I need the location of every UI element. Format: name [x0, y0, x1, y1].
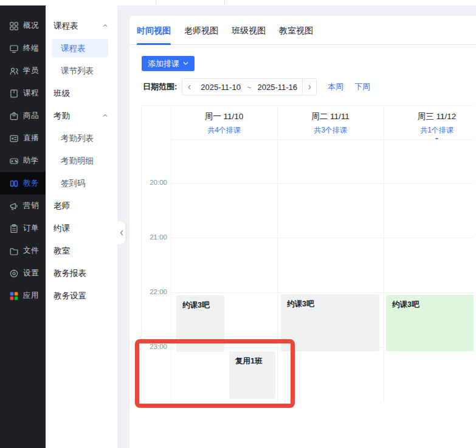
tab-separator	[224, 0, 225, 5]
prev-week-arrow[interactable]	[182, 79, 196, 95]
sidebar-item-academic[interactable]: 教务	[0, 172, 46, 195]
submenu-item-timetable[interactable]: 课程表	[46, 37, 117, 60]
tab-separator	[156, 0, 156, 5]
day-header-monday: 周一 11/10 共4个排课	[171, 106, 277, 139]
submenu-item-attendance-detail[interactable]: 考勤明细	[46, 150, 117, 172]
live-icon	[9, 133, 19, 143]
time-label: 21:00	[142, 233, 167, 241]
courses-icon	[9, 88, 19, 98]
tab-teacher-view[interactable]: 老师视图	[184, 16, 218, 45]
submenu-item-checkin-code[interactable]: 签到码	[46, 172, 117, 195]
grid-line	[171, 139, 474, 140]
day-header-wednesday: 周三 11/12 共1个排课	[384, 106, 474, 139]
files-icon	[9, 246, 19, 256]
day-header-tuesday: 周二 11/11 共3个排课	[277, 106, 384, 139]
grid-line	[171, 106, 171, 402]
grid-line	[171, 183, 474, 184]
content-card: 时间视图 老师视图 班级视图 教室视图 添加排课 日期范围: 2025-11-1…	[129, 16, 476, 448]
date-range-tilde: ~	[246, 83, 253, 92]
sidebar-item-goods[interactable]: 商品	[0, 105, 46, 127]
grid-line	[384, 106, 384, 402]
app-page: 概况 终端 学员 课程 商品 直播 助学 教务	[0, 0, 476, 448]
goods-icon	[9, 111, 19, 121]
submenu-item-lesson-list[interactable]: 课节列表	[46, 60, 117, 82]
submenu-item-booking[interactable]: 约课	[46, 217, 117, 240]
day-schedule-count-link[interactable]: 共1个排课	[420, 125, 454, 136]
time-label: 22:00	[142, 288, 167, 295]
apps-icon	[9, 291, 19, 301]
schedule-grid-inner: 周一 11/10 共4个排课 周二 11/11 共3个排课 周三 11/12 共…	[141, 105, 474, 402]
browser-tab-strip	[0, 0, 476, 5]
time-label: 20:00	[142, 179, 167, 186]
submenu-group-timetable[interactable]: 课程表	[46, 15, 117, 37]
submenu-item-classes[interactable]: 班级	[46, 82, 117, 105]
chevron-right-icon	[308, 84, 312, 90]
date-range-bar: 日期范围: 2025-11-10 ~ 2025-11-16 本周 下周	[143, 78, 370, 95]
submenu-item-teachers[interactable]: 老师	[46, 195, 117, 217]
academic-icon	[9, 178, 19, 188]
submenu-group-attendance[interactable]: 考勤	[46, 105, 117, 127]
settings-icon	[9, 268, 19, 278]
marketing-icon	[9, 201, 19, 211]
grid-line	[171, 238, 474, 238]
tab-class-view[interactable]: 班级视图	[232, 16, 266, 45]
tab-time-view[interactable]: 时间视图	[137, 16, 171, 45]
submenu-item-academic-reports[interactable]: 教务报表	[46, 262, 117, 284]
next-week-arrow[interactable]	[303, 79, 316, 95]
date-range-label: 日期范围:	[143, 81, 177, 92]
sidebar-item-orders[interactable]: 订单	[0, 217, 46, 240]
submenu-item-attendance-list[interactable]: 考勤列表	[46, 127, 117, 150]
sidebar-item-live[interactable]: 直播	[0, 127, 46, 150]
next-week-link[interactable]: 下周	[354, 81, 370, 92]
sidebar-item-overview[interactable]: 概况	[0, 15, 46, 37]
sidebar-item-study-aid[interactable]: 助学	[0, 150, 46, 172]
schedule-event[interactable]: 约课3吧	[176, 295, 224, 352]
chevron-left-icon	[119, 230, 124, 236]
sidebar-item-settings[interactable]: 设置	[0, 262, 46, 284]
chevron-left-icon	[187, 84, 191, 90]
chevron-up-icon	[102, 22, 109, 29]
chevron-down-icon	[183, 61, 188, 66]
grid-line	[171, 292, 474, 293]
primary-sidebar: 概况 终端 学员 课程 商品 直播 助学 教务	[0, 5, 46, 448]
start-date-value[interactable]: 2025-11-10	[196, 83, 246, 92]
schedule-grid: 周一 11/10 共4个排课 周二 11/11 共3个排课 周三 11/12 共…	[141, 105, 474, 402]
schedule-event[interactable]: 复用1班	[229, 351, 275, 399]
chevron-up-icon	[102, 112, 109, 119]
orders-icon	[9, 223, 19, 233]
submenu-item-classrooms[interactable]: 教室	[46, 240, 117, 262]
sidebar-item-courses[interactable]: 课程	[0, 82, 46, 105]
sidebar-item-marketing[interactable]: 营销	[0, 195, 46, 217]
schedule-event[interactable]: 约课3吧	[281, 294, 379, 351]
sidebar-item-files[interactable]: 文件	[0, 240, 46, 262]
schedule-event[interactable]: 约课3吧	[386, 295, 474, 351]
day-schedule-count-link[interactable]: 共4个排课	[207, 125, 241, 136]
submenu-item-academic-settings[interactable]: 教务设置	[46, 284, 117, 307]
schedule-dot-icon	[435, 138, 438, 139]
tab-classroom-view[interactable]: 教室视图	[279, 16, 313, 45]
secondary-sidebar: 课程表 课程表 课节列表 班级 考勤 考勤列表 考勤明细 签到码 老师 约课 教…	[46, 5, 117, 448]
time-label: 23:00	[142, 343, 167, 350]
date-range-picker: 2025-11-10 ~ 2025-11-16	[182, 78, 317, 95]
terminal-icon	[9, 43, 19, 53]
end-date-value[interactable]: 2025-11-16	[252, 83, 302, 92]
sidebar-collapse-handle[interactable]	[117, 221, 126, 245]
add-schedule-button[interactable]: 添加排课	[142, 56, 195, 71]
grid-line	[277, 106, 278, 402]
sidebar-item-terminal[interactable]: 终端	[0, 37, 46, 60]
this-week-link[interactable]: 本周	[328, 81, 343, 92]
students-icon	[9, 66, 19, 76]
sidebar-item-apps[interactable]: 应用	[0, 284, 46, 307]
sidebar-item-students[interactable]: 学员	[0, 60, 46, 82]
view-tabs: 时间视图 老师视图 班级视图 教室视图	[129, 16, 476, 45]
day-schedule-count-link[interactable]: 共3个排课	[314, 125, 347, 136]
dashboard-icon	[9, 21, 19, 31]
study-aid-icon	[9, 156, 19, 166]
